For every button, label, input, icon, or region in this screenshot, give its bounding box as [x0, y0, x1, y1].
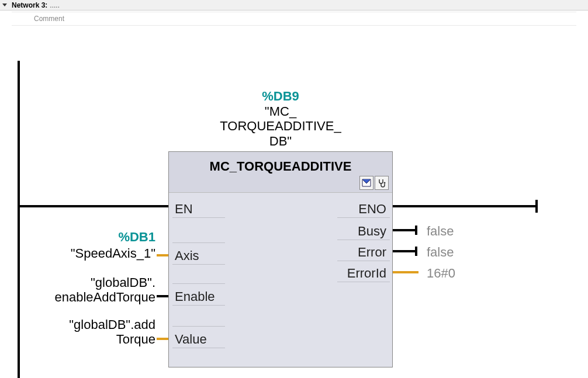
- svg-point-0: [384, 182, 386, 184]
- instance-db-name[interactable]: "MC_ TORQUEADDITIVE_ DB": [168, 104, 393, 148]
- rung-wire-right: [393, 205, 538, 207]
- value-operand[interactable]: "globalDB".add Torque: [15, 317, 155, 347]
- port-errorid: ErrorId: [347, 266, 386, 281]
- collapse-arrow-icon[interactable]: [2, 4, 7, 6]
- wire-value: [157, 338, 168, 340]
- axis-operand-db[interactable]: %DB1: [15, 230, 155, 244]
- instance-db-name-line3: DB": [269, 134, 292, 148]
- rung-wire-left: [18, 205, 168, 207]
- value-operand-line1: "globalDB".add: [69, 317, 155, 332]
- right-rail-terminator: [535, 200, 538, 213]
- value-error: false: [427, 245, 454, 260]
- network-comment[interactable]: Comment: [12, 12, 576, 26]
- axis-operand-name[interactable]: "SpeedAxis_1": [15, 246, 155, 261]
- function-block[interactable]: MC_TORQUEADDITIVE EN: [168, 151, 393, 367]
- function-block-title-bar: MC_TORQUEADDITIVE: [169, 152, 392, 193]
- enable-operand-line1: "globalDB".: [91, 275, 155, 290]
- value-operand-line2: Torque: [116, 332, 155, 346]
- network-header[interactable]: Network 3: .....: [0, 0, 588, 11]
- instance-db-name-line1: "MC_: [265, 104, 296, 119]
- stethoscope-icon[interactable]: [375, 176, 389, 190]
- port-value: Value: [175, 332, 207, 347]
- wire-axis: [157, 254, 168, 256]
- instance-db-id[interactable]: %DB9: [168, 89, 393, 104]
- wire-errorid-ext: [404, 271, 418, 273]
- network-title-extra: .....: [50, 1, 60, 9]
- network-title: Network 3:: [12, 1, 47, 9]
- value-errorid: 16#0: [427, 266, 455, 281]
- inbox-icon[interactable]: [359, 176, 373, 190]
- value-busy: false: [427, 224, 454, 239]
- port-busy: Busy: [358, 224, 386, 239]
- wire-error: [393, 250, 404, 252]
- port-eno: ENO: [358, 202, 386, 217]
- wire-errorid: [393, 271, 404, 273]
- instance-db-name-line2: TORQUEADDITIVE_: [220, 119, 341, 133]
- port-axis: Axis: [175, 248, 199, 263]
- enable-operand-line2: enableAddTorque: [55, 290, 155, 304]
- wire-busy: [393, 229, 404, 231]
- function-block-type: MC_TORQUEADDITIVE: [210, 159, 352, 174]
- enable-operand[interactable]: "globalDB". enableAddTorque: [15, 275, 155, 305]
- port-enable: Enable: [175, 289, 215, 304]
- port-error: Error: [358, 245, 386, 260]
- not-indicator-busy: [415, 226, 417, 235]
- ladder-diagram: %DB9 "MC_ TORQUEADDITIVE_ DB" MC_TORQUEA…: [0, 26, 588, 376]
- port-en: EN: [175, 202, 193, 217]
- not-indicator-error: [415, 247, 417, 256]
- wire-enable: [157, 295, 168, 297]
